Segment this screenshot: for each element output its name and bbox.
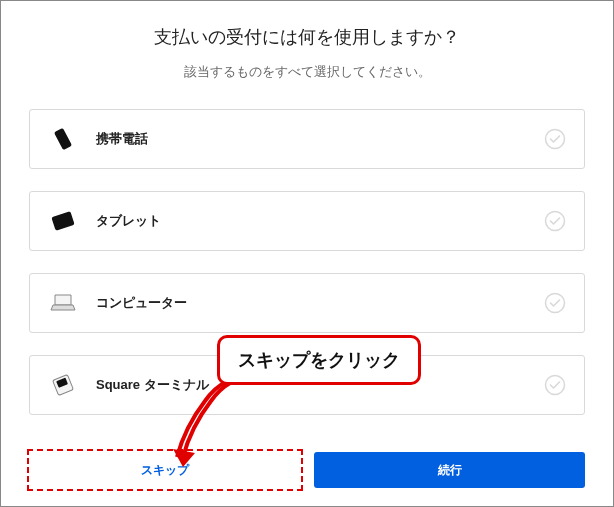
svg-point-7 (546, 376, 565, 395)
check-circle-icon (544, 374, 566, 396)
option-label: 携帯電話 (96, 130, 544, 148)
option-label: コンピューター (96, 294, 544, 312)
option-computer[interactable]: コンピューター (29, 273, 585, 333)
check-circle-icon (544, 128, 566, 150)
check-circle-icon (544, 292, 566, 314)
svg-point-4 (546, 294, 565, 313)
option-mobile-phone[interactable]: 携帯電話 (29, 109, 585, 169)
continue-button[interactable]: 続行 (314, 452, 585, 488)
tablet-icon (48, 206, 78, 236)
option-label: タブレット (96, 212, 544, 230)
svg-point-3 (546, 212, 565, 231)
svg-point-1 (546, 130, 565, 149)
check-circle-icon (544, 210, 566, 232)
terminal-icon (48, 370, 78, 400)
svg-rect-2 (51, 211, 74, 230)
annotation-callout: スキップをクリック (217, 335, 421, 385)
phone-icon (48, 124, 78, 154)
option-tablet[interactable]: タブレット (29, 191, 585, 251)
footer-buttons: スキップ 続行 (29, 452, 585, 488)
svg-rect-0 (54, 128, 72, 150)
page-title: 支払いの受付には何を使用しますか？ (29, 25, 585, 49)
skip-button[interactable]: スキップ (29, 452, 300, 488)
computer-icon (48, 288, 78, 318)
page-subtitle: 該当するものをすべて選択してください。 (29, 63, 585, 81)
